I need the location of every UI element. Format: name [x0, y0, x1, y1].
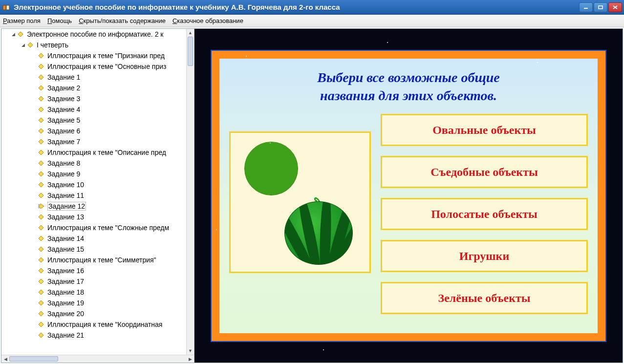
- tree-item[interactable]: Задание 9: [1, 169, 186, 179]
- svg-marker-29: [39, 268, 43, 273]
- menu-help[interactable]: Помощь: [47, 17, 72, 24]
- option-green[interactable]: Зелёные объекты: [381, 282, 588, 314]
- svg-marker-23: [39, 204, 44, 209]
- menu-fairy-education[interactable]: Сказочное образование: [172, 17, 243, 24]
- collapse-icon[interactable]: ◢: [20, 43, 26, 47]
- tree-item[interactable]: Задание 3: [1, 93, 186, 104]
- contents-tree[interactable]: ◢Электронное пособие по информатике. 2 к…: [1, 29, 186, 355]
- tree-item[interactable]: Иллюстрация к теме "Основные приз: [1, 61, 186, 72]
- menu-field-size[interactable]: Размер поля: [3, 17, 41, 24]
- tree-item-label: Электронное пособие по информатике. 2 к: [27, 30, 163, 38]
- window-controls: [579, 2, 622, 12]
- svg-marker-7: [28, 43, 33, 47]
- titlebar: Электронное учебное пособие по информати…: [0, 0, 624, 15]
- collapse-icon[interactable]: ◢: [10, 32, 16, 37]
- tree-item-label: Задание 4: [47, 106, 80, 113]
- task-frame: Выбери все возможные общие названия для …: [211, 50, 606, 342]
- tree-quarter[interactable]: ◢I четверть: [1, 40, 186, 50]
- close-button[interactable]: [608, 2, 622, 12]
- svg-marker-20: [39, 182, 43, 187]
- tree-item[interactable]: Задание 4: [1, 104, 186, 115]
- page-icon: [38, 321, 45, 328]
- page-icon: [38, 224, 45, 231]
- tree-item[interactable]: Задание 12: [1, 201, 186, 212]
- tree-item-label: Иллюстрация к теме "Сложные предм: [47, 224, 169, 232]
- tree-item[interactable]: Задание 8: [1, 158, 186, 169]
- tree-root[interactable]: ◢Электронное пособие по информатике. 2 к: [1, 29, 186, 40]
- minimize-button[interactable]: [579, 2, 593, 12]
- tree-item-label: Иллюстрация к теме "Симметрия": [47, 256, 156, 264]
- scroll-thumb-h[interactable]: [9, 356, 58, 362]
- tree-item[interactable]: Задание 18: [1, 287, 186, 298]
- svg-marker-12: [39, 96, 43, 101]
- option-toys[interactable]: Игрушки: [381, 240, 588, 272]
- app-icon: [2, 3, 11, 12]
- task-heading: Выбери все возможные общие названия для …: [229, 68, 588, 106]
- page-icon: [38, 63, 45, 70]
- ball-icon: [244, 142, 298, 195]
- svg-marker-10: [39, 75, 43, 80]
- svg-marker-34: [39, 322, 43, 327]
- scroll-left-arrow-icon[interactable]: ◀: [1, 355, 9, 363]
- tree-item[interactable]: Задание 21: [1, 330, 186, 341]
- tree-item-label: Задание 15: [47, 245, 84, 253]
- svg-marker-21: [39, 193, 43, 198]
- tree-item[interactable]: Задание 5: [1, 115, 186, 126]
- tree-item-label: Задание 7: [47, 138, 80, 146]
- svg-marker-19: [39, 171, 43, 176]
- tree-item-label: Задание 11: [47, 192, 84, 199]
- scroll-down-arrow-icon[interactable]: ▼: [187, 347, 194, 355]
- tree-item[interactable]: Задание 15: [1, 244, 186, 255]
- watermelon-icon: [284, 201, 353, 265]
- tree-item-label: Иллюстрация к теме "Описание пред: [47, 149, 166, 156]
- option-edible[interactable]: Съедобные объекты: [381, 156, 588, 188]
- contents-pane: ◢Электронное пособие по информатике. 2 к…: [1, 29, 194, 363]
- tree-item[interactable]: Задание 11: [1, 190, 186, 201]
- option-oval[interactable]: Овальные объекты: [381, 114, 588, 146]
- svg-marker-8: [39, 53, 43, 58]
- svg-rect-0: [3, 5, 6, 10]
- page-icon: [38, 267, 45, 274]
- tree-item[interactable]: Иллюстрация к теме "Сложные предм: [1, 222, 186, 233]
- tree-item[interactable]: Задание 6: [1, 126, 186, 136]
- tree-item[interactable]: Задание 16: [1, 265, 186, 276]
- tree-item[interactable]: Задание 13: [1, 212, 186, 222]
- page-icon: [38, 192, 45, 199]
- tree-item[interactable]: Задание 14: [1, 233, 186, 244]
- tree-item[interactable]: Задание 1: [1, 72, 186, 83]
- option-striped[interactable]: Полосатые объекты: [381, 198, 588, 230]
- tree-item-label: Иллюстрация к теме "Координатная: [47, 321, 162, 328]
- tree-item-label: Задание 14: [47, 235, 84, 242]
- tree-item[interactable]: Иллюстрация к теме "Симметрия": [1, 255, 186, 265]
- page-icon: [38, 106, 45, 113]
- tree-item[interactable]: Иллюстрация к теме "Описание пред: [1, 147, 186, 158]
- menu-toggle-contents[interactable]: Скрыть/показать содержание: [79, 17, 166, 24]
- tree-item[interactable]: Задание 10: [1, 179, 186, 190]
- svg-marker-9: [39, 64, 43, 69]
- scroll-thumb[interactable]: [188, 37, 193, 66]
- svg-rect-3: [599, 6, 602, 9]
- tree-item-label: Задание 2: [47, 84, 80, 92]
- scroll-right-arrow-icon[interactable]: ▶: [186, 355, 194, 363]
- tree-item[interactable]: Задание 17: [1, 276, 186, 287]
- page-icon: [38, 85, 45, 91]
- tree-item[interactable]: Задание 19: [1, 298, 186, 308]
- tree-item[interactable]: Задание 7: [1, 136, 186, 147]
- tree-item[interactable]: Задание 2: [1, 83, 186, 93]
- tree-item[interactable]: Задание 20: [1, 308, 186, 319]
- tree-item-label: Задание 6: [47, 127, 80, 135]
- svg-rect-1: [6, 5, 9, 10]
- svg-marker-24: [39, 214, 43, 219]
- maximize-button[interactable]: [594, 2, 607, 12]
- options-list: Овальные объекты Съедобные объекты Полос…: [381, 114, 588, 314]
- tree-item[interactable]: Иллюстрация к теме "Признаки пред: [1, 50, 186, 61]
- page-icon: [38, 235, 45, 242]
- scroll-up-arrow-icon[interactable]: ▲: [187, 29, 194, 37]
- page-icon: [38, 117, 45, 124]
- task-panel: Выбери все возможные общие названия для …: [218, 58, 599, 334]
- tree-item-label: Задание 8: [47, 159, 80, 167]
- tree-horizontal-scrollbar[interactable]: ◀ ▶: [1, 355, 194, 363]
- tree-vertical-scrollbar[interactable]: ▲ ▼: [186, 29, 194, 355]
- tree-item[interactable]: Иллюстрация к теме "Координатная: [1, 319, 186, 330]
- svg-marker-25: [39, 225, 43, 230]
